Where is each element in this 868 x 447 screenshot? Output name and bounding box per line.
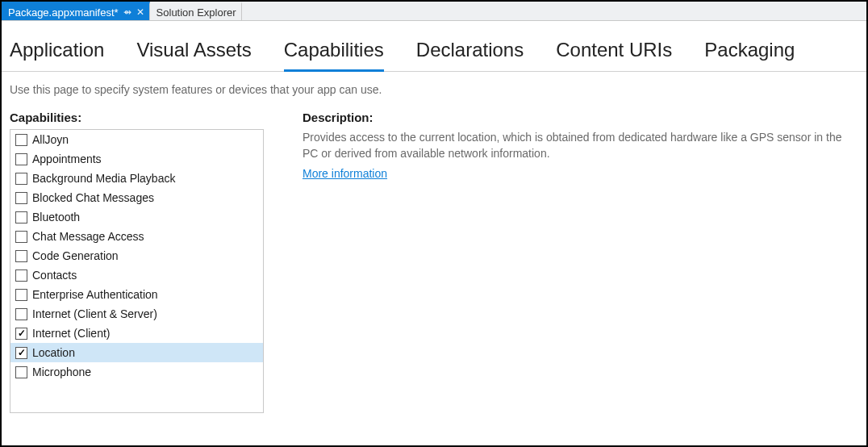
capability-label: Background Media Playback (32, 172, 175, 185)
capabilities-list[interactable]: AllJoynAppointmentsBackground Media Play… (10, 129, 264, 413)
capability-row[interactable]: Enterprise Authentication (10, 285, 263, 304)
content-area: Capabilities: AllJoynAppointmentsBackgro… (2, 111, 866, 445)
capability-checkbox[interactable] (15, 192, 27, 204)
capability-label: Contacts (32, 269, 77, 282)
capability-label: Chat Message Access (32, 230, 144, 243)
capability-row[interactable]: Blocked Chat Messages (10, 188, 263, 207)
more-information-link[interactable]: More information (303, 167, 387, 180)
capability-label: Internet (Client) (32, 327, 110, 340)
tab-declarations[interactable]: Declarations (416, 39, 524, 72)
capabilities-heading: Capabilities: (10, 111, 264, 124)
capability-row[interactable]: Location (10, 343, 263, 362)
capability-row[interactable]: Internet (Client) (10, 324, 263, 343)
capability-row[interactable]: Appointments (10, 149, 263, 169)
capability-label: Code Generation (32, 249, 119, 262)
editor-tab-0[interactable]: Package.appxmanifest*⇴✕ (2, 2, 150, 20)
editor-tab-label: Package.appxmanifest* (8, 6, 119, 19)
capability-checkbox[interactable] (15, 173, 27, 185)
capability-checkbox[interactable] (15, 250, 27, 262)
capability-checkbox[interactable] (15, 269, 27, 282)
capability-row[interactable]: Background Media Playback (10, 169, 263, 188)
capability-checkbox[interactable] (15, 347, 27, 359)
description-heading: Description: (303, 111, 850, 124)
capability-row[interactable]: Contacts (10, 265, 263, 285)
capability-checkbox[interactable] (15, 328, 27, 340)
editor-tab-label: Solution Explorer (156, 6, 236, 19)
capability-row[interactable]: AllJoyn (10, 130, 263, 149)
capability-label: Bluetooth (32, 211, 80, 224)
tab-visual-assets[interactable]: Visual Assets (136, 39, 251, 72)
manifest-tabs: ApplicationVisual AssetsCapabilitiesDecl… (2, 21, 866, 72)
capability-checkbox[interactable] (15, 211, 27, 224)
capability-label: Appointments (32, 152, 102, 165)
pin-icon[interactable]: ⇴ (123, 7, 131, 17)
capability-checkbox[interactable] (15, 231, 27, 243)
tab-packaging[interactable]: Packaging (704, 39, 795, 72)
capability-label: Location (32, 346, 75, 359)
capabilities-column: Capabilities: AllJoynAppointmentsBackgro… (10, 111, 264, 445)
tab-content-uris[interactable]: Content URIs (556, 39, 672, 72)
capability-checkbox[interactable] (15, 366, 27, 378)
capability-row[interactable]: Bluetooth (10, 207, 263, 227)
description-column: Description: Provides access to the curr… (303, 111, 858, 445)
capability-label: Internet (Client & Server) (32, 307, 157, 320)
editor-tab-1[interactable]: Solution Explorer (150, 2, 242, 20)
capability-row[interactable]: Microphone (10, 362, 263, 382)
capability-row[interactable]: Chat Message Access (10, 227, 263, 246)
description-text: Provides access to the current location,… (303, 129, 850, 162)
capability-label: Microphone (32, 366, 91, 378)
close-icon[interactable]: ✕ (136, 7, 144, 17)
capability-checkbox[interactable] (15, 153, 27, 165)
capability-row[interactable]: Code Generation (10, 246, 263, 265)
tab-application[interactable]: Application (10, 39, 104, 72)
capability-checkbox[interactable] (15, 289, 27, 301)
capability-checkbox[interactable] (15, 308, 27, 320)
page-hint: Use this page to specify system features… (2, 72, 866, 111)
capability-label: Enterprise Authentication (32, 288, 158, 301)
capability-label: Blocked Chat Messages (32, 191, 154, 204)
capability-label: AllJoyn (32, 133, 69, 146)
editor-tab-bar: Package.appxmanifest*⇴✕Solution Explorer (2, 2, 866, 21)
capability-row[interactable]: Internet (Client & Server) (10, 304, 263, 324)
capability-checkbox[interactable] (15, 134, 27, 146)
tab-capabilities[interactable]: Capabilities (284, 39, 384, 72)
